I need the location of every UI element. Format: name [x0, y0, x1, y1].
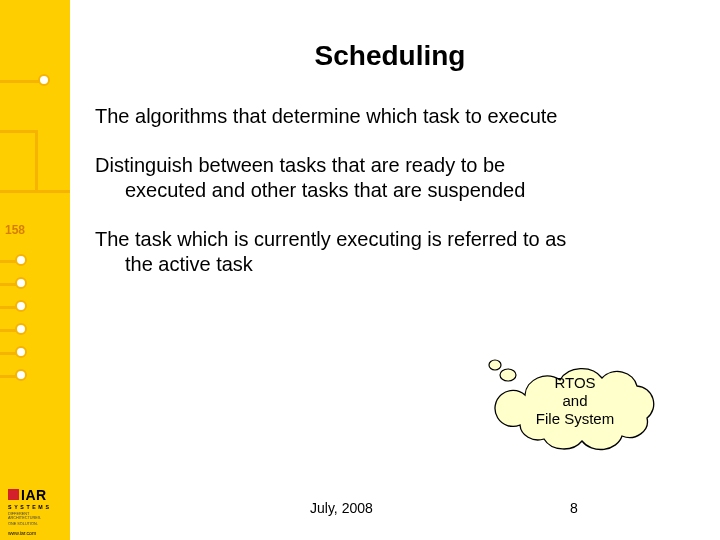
paragraph-3-line2: the active task: [95, 252, 685, 277]
logo-url: www.iar.com: [8, 530, 63, 536]
slide-title: Scheduling: [95, 40, 685, 72]
footer-page: 8: [570, 500, 578, 516]
cloud-callout: RTOS and File System: [480, 355, 670, 465]
paragraph-1-text: The algorithms that determine which task…: [95, 105, 557, 127]
slide: 158 Scheduling The algorithms that deter…: [0, 0, 720, 540]
paragraph-3-line1: The task which is currently executing is…: [95, 228, 566, 250]
logo-tagline2: ONE SOLUTION.: [8, 522, 63, 526]
logo-systems: SYSTEMS: [8, 504, 63, 510]
paragraph-2: Distinguish between tasks that are ready…: [95, 153, 685, 203]
paragraph-1: The algorithms that determine which task…: [95, 104, 685, 129]
paragraph-2-line2: executed and other tasks that are suspen…: [95, 178, 685, 203]
cloud-text: RTOS and File System: [480, 355, 670, 440]
paragraph-3: The task which is currently executing is…: [95, 227, 685, 277]
paragraph-2-line1: Distinguish between tasks that are ready…: [95, 154, 505, 176]
logo-brand: IAR: [21, 487, 47, 503]
left-band: 158: [0, 0, 70, 540]
content: Scheduling The algorithms that determine…: [95, 40, 685, 301]
band-label: 158: [5, 223, 25, 237]
logo-tagline1: DIFFERENT ARCHITECTURES.: [8, 512, 63, 520]
logo-square-icon: [8, 489, 19, 500]
footer-date: July, 2008: [310, 500, 373, 516]
iar-logo: IAR SYSTEMS DIFFERENT ARCHITECTURES. ONE…: [8, 487, 63, 536]
